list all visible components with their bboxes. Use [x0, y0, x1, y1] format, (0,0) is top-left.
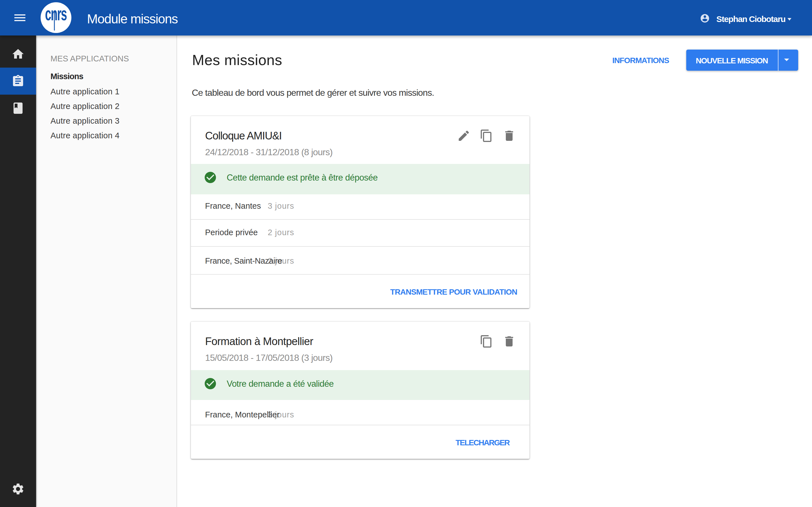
svg-text:cnrs: cnrs [45, 4, 67, 24]
